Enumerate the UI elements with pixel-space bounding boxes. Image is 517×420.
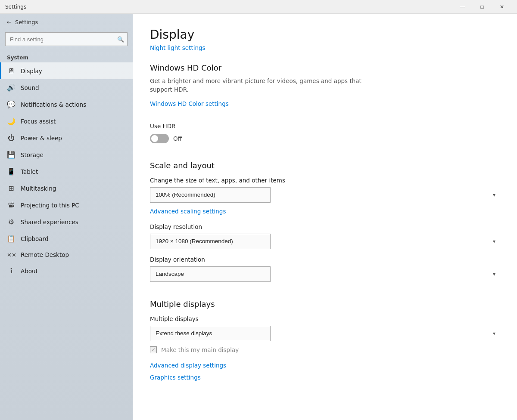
scale-section-title: Scale and layout [150, 161, 500, 170]
sidebar-item-tablet[interactable]: 📱 Tablet [0, 163, 133, 180]
settings-label: Settings [15, 19, 38, 25]
resolution-label: Display resolution [150, 223, 500, 230]
orientation-dropdown-wrapper: Landscape Portrait Landscape (flipped) P… [150, 266, 500, 282]
night-light-link[interactable]: Night light settings [150, 44, 206, 51]
text-size-dropdown[interactable]: 100% (Recommended) 125% 150% 175% [150, 187, 271, 203]
back-button[interactable]: ← Settings [0, 14, 133, 31]
titlebar: Settings — □ ✕ [0, 0, 517, 14]
sidebar-item-label: Storage [21, 151, 44, 158]
main-display-checkbox-row: ✓ Make this my main display [150, 346, 500, 353]
back-icon: ← [7, 19, 12, 25]
minimize-button[interactable]: — [452, 0, 472, 14]
sidebar-item-clipboard[interactable]: 📋 Clipboard [0, 230, 133, 247]
text-size-label: Change the size of text, apps, and other… [150, 177, 500, 184]
main-display-checkbox[interactable]: ✓ [150, 346, 157, 353]
close-button[interactable]: ✕ [492, 0, 512, 14]
multiple-displays-section-title: Multiple displays [150, 300, 500, 309]
sidebar-section-label: System [0, 51, 133, 62]
main-content: Display Night light settings Windows HD … [133, 14, 517, 420]
remote-icon: ✕✕ [7, 252, 16, 258]
checkmark-icon: ✓ [151, 347, 155, 352]
page-title: Display [150, 28, 500, 42]
multitasking-icon: ⊞ [7, 184, 16, 192]
sidebar: ← Settings 🔍 System 🖥 Display 🔊 Sound 💬 … [0, 14, 133, 420]
sound-icon: 🔊 [7, 83, 16, 92]
multiple-displays-chevron-icon: ▾ [493, 330, 495, 337]
sidebar-item-label: Remote Desktop [21, 251, 69, 258]
sidebar-item-label: Multitasking [21, 185, 56, 192]
orientation-chevron-icon: ▾ [493, 271, 495, 277]
sidebar-item-label: Projecting to this PC [21, 202, 79, 209]
advanced-display-link[interactable]: Advanced display settings [150, 362, 500, 369]
toggle-thumb [151, 135, 158, 142]
projecting-icon: 📽 [7, 201, 16, 209]
sidebar-item-remote[interactable]: ✕✕ Remote Desktop [0, 247, 133, 262]
sidebar-item-label: Notifications & actions [21, 101, 86, 108]
graphics-settings-link[interactable]: Graphics settings [150, 374, 500, 381]
sidebar-item-about[interactable]: ℹ About [0, 262, 133, 279]
titlebar-title: Settings [5, 4, 452, 10]
multiple-displays-dropdown[interactable]: Extend these displays Duplicate these di… [150, 326, 271, 341]
sidebar-item-sound[interactable]: 🔊 Sound [0, 79, 133, 96]
search-input[interactable] [5, 32, 128, 46]
sidebar-item-label: Tablet [21, 168, 38, 175]
sidebar-search-container: 🔍 [5, 32, 128, 46]
hd-color-section-title: Windows HD Color [150, 63, 500, 72]
text-size-dropdown-wrapper: 100% (Recommended) 125% 150% 175% ▾ [150, 187, 500, 203]
storage-icon: 💾 [7, 151, 16, 159]
shared-icon: ⚙ [7, 218, 16, 226]
hdr-setting-label: Use HDR [150, 123, 500, 130]
sidebar-item-label: Focus assist [21, 118, 56, 125]
orientation-dropdown[interactable]: Landscape Portrait Landscape (flipped) P… [150, 266, 271, 282]
sidebar-item-label: Display [21, 68, 42, 74]
orientation-label: Display orientation [150, 256, 500, 263]
hdr-toggle-row: Off [150, 134, 500, 143]
tablet-icon: 📱 [7, 167, 16, 176]
sidebar-item-label: Sound [21, 84, 39, 91]
clipboard-icon: 📋 [7, 235, 16, 243]
power-icon: ⏻ [7, 134, 16, 142]
sidebar-item-power[interactable]: ⏻ Power & sleep [0, 130, 133, 146]
advanced-scaling-link[interactable]: Advanced scaling settings [150, 208, 226, 215]
focus-icon: 🌙 [7, 117, 16, 125]
sidebar-item-storage[interactable]: 💾 Storage [0, 146, 133, 163]
about-icon: ℹ [7, 267, 16, 275]
app-container: ← Settings 🔍 System 🖥 Display 🔊 Sound 💬 … [0, 14, 517, 420]
text-size-chevron-icon: ▾ [493, 192, 495, 198]
sidebar-item-projecting[interactable]: 📽 Projecting to this PC [0, 197, 133, 213]
maximize-button[interactable]: □ [472, 0, 492, 14]
hd-color-settings-link[interactable]: Windows HD Color settings [150, 100, 229, 107]
multiple-displays-dropdown-wrapper: Extend these displays Duplicate these di… [150, 326, 500, 341]
sidebar-item-notifications[interactable]: 💬 Notifications & actions [0, 96, 133, 113]
resolution-dropdown-wrapper: 1920 × 1080 (Recommended) 1280 × 1024 10… [150, 234, 500, 249]
sidebar-item-multitasking[interactable]: ⊞ Multitasking [0, 180, 133, 197]
search-icon: 🔍 [117, 36, 124, 43]
hdr-toggle-state-label: Off [173, 135, 182, 142]
hd-color-description: Get a brighter and more vibrant picture … [150, 77, 365, 94]
main-display-checkbox-label: Make this my main display [161, 346, 239, 353]
resolution-dropdown[interactable]: 1920 × 1080 (Recommended) 1280 × 1024 10… [150, 234, 271, 249]
sidebar-item-label: Clipboard [21, 235, 48, 242]
sidebar-item-display[interactable]: 🖥 Display [0, 62, 133, 79]
titlebar-controls: — □ ✕ [452, 0, 512, 14]
notifications-icon: 💬 [7, 100, 16, 108]
display-icon: 🖥 [7, 67, 16, 75]
sidebar-item-label: Power & sleep [21, 135, 62, 142]
sidebar-item-label: About [21, 268, 38, 275]
sidebar-item-focus[interactable]: 🌙 Focus assist [0, 113, 133, 130]
sidebar-item-label: Shared experiences [21, 219, 78, 225]
hdr-toggle[interactable] [150, 134, 169, 143]
bottom-links: Advanced display settings Graphics setti… [150, 362, 500, 381]
multiple-displays-label: Multiple displays [150, 315, 500, 322]
resolution-chevron-icon: ▾ [493, 238, 495, 244]
sidebar-item-shared[interactable]: ⚙ Shared experiences [0, 213, 133, 230]
